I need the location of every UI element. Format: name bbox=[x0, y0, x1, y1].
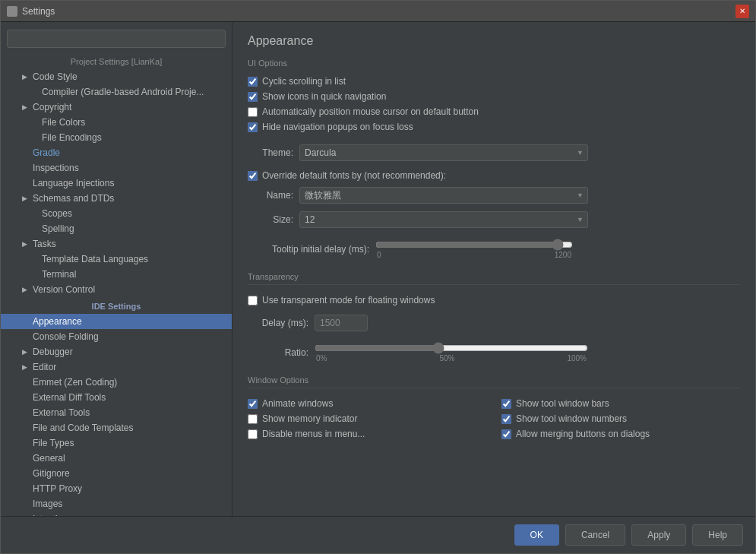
titlebar-title: Settings bbox=[7, 6, 55, 17]
sidebar-item-external-tools[interactable]: External Tools bbox=[1, 405, 232, 420]
sidebar-item-debugger[interactable]: ▶ Debugger bbox=[1, 344, 232, 359]
show-tool-numbers-row: Show tool window numbers bbox=[501, 411, 740, 426]
sidebar-item-label: File and Code Templates bbox=[33, 423, 134, 433]
show-icons-checkbox[interactable] bbox=[248, 92, 258, 102]
ui-options-label: UI Options bbox=[248, 59, 740, 68]
sidebar-item-version-control[interactable]: ▶ Version Control bbox=[1, 282, 232, 297]
sidebar-item-appearance[interactable]: Appearance bbox=[1, 314, 232, 329]
sidebar-item-emmet[interactable]: Emmet (Zen Coding) bbox=[1, 375, 232, 390]
search-input[interactable] bbox=[7, 30, 226, 48]
sidebar-item-code-style[interactable]: ▶ Code Style bbox=[1, 69, 232, 84]
theme-select-wrapper: Darcula IntelliJ bbox=[299, 144, 588, 161]
theme-label: Theme: bbox=[248, 147, 293, 158]
font-name-select[interactable]: 微软雅黑 bbox=[299, 187, 588, 204]
ratio-label: Ratio: bbox=[248, 347, 308, 358]
window-checkboxes-right: Show tool window bars Show tool window n… bbox=[501, 396, 740, 442]
delay-row: Delay (ms): bbox=[248, 312, 740, 334]
allow-merging-label: Allow merging buttons on dialogs bbox=[516, 429, 650, 439]
sidebar-item-spelling[interactable]: Spelling bbox=[1, 221, 232, 236]
sidebar-item-label: Gitignore bbox=[33, 468, 70, 479]
show-tool-bars-checkbox[interactable] bbox=[501, 399, 511, 409]
sidebar-item-file-code-templates[interactable]: File and Code Templates bbox=[1, 420, 232, 435]
delay-label: Delay (ms): bbox=[248, 318, 308, 328]
size-label: Size: bbox=[248, 214, 293, 225]
show-icons-row: Show icons in quick navigation bbox=[248, 89, 740, 104]
sidebar-item-label: Debugger bbox=[33, 347, 73, 357]
sidebar-item-file-encodings[interactable]: File Encodings bbox=[1, 130, 232, 145]
sidebar-item-terminal[interactable]: Terminal bbox=[1, 267, 232, 282]
transparency-section: Use transparent mode for floating window… bbox=[248, 284, 740, 366]
tooltip-max: 1200 bbox=[555, 251, 571, 259]
tooltip-slider[interactable] bbox=[375, 239, 573, 251]
sidebar-item-template-data[interactable]: Template Data Languages bbox=[1, 252, 232, 267]
sidebar-item-label: File Colors bbox=[42, 117, 85, 128]
font-size-select[interactable]: 12 11 13 14 bbox=[299, 211, 588, 228]
delay-input[interactable] bbox=[315, 315, 368, 331]
ok-button[interactable]: OK bbox=[514, 524, 559, 546]
sidebar-item-file-types[interactable]: File Types bbox=[1, 435, 232, 451]
hide-nav-label: Hide navigation popups on focus loss bbox=[262, 122, 413, 132]
animate-windows-row: Animate windows bbox=[248, 396, 486, 411]
window-options-label: Window Options bbox=[248, 375, 740, 385]
auto-position-checkbox[interactable] bbox=[248, 107, 258, 117]
arrow-icon: ▶ bbox=[22, 348, 30, 356]
sidebar-item-tasks[interactable]: ▶ Tasks bbox=[1, 236, 232, 252]
main-panel: Appearance UI Options Cyclic scrolling i… bbox=[232, 22, 755, 516]
sidebar-item-compiler[interactable]: Compiler (Gradle-based Android Proje... bbox=[1, 84, 232, 100]
sidebar-item-external-diff[interactable]: External Diff Tools bbox=[1, 390, 232, 405]
sidebar-item-schemas-dtds[interactable]: ▶ Schemas and DTDs bbox=[1, 191, 232, 206]
close-button[interactable]: ✕ bbox=[735, 5, 749, 18]
theme-select[interactable]: Darcula IntelliJ bbox=[299, 144, 588, 161]
use-transparent-checkbox[interactable] bbox=[248, 296, 258, 305]
ratio-slider[interactable] bbox=[315, 342, 588, 354]
animate-windows-checkbox[interactable] bbox=[248, 399, 258, 409]
show-memory-row: Show memory indicator bbox=[248, 411, 486, 426]
sidebar-item-label: Scopes bbox=[42, 208, 72, 219]
apply-button[interactable]: Apply bbox=[631, 524, 686, 546]
help-button[interactable]: Help bbox=[692, 524, 743, 546]
disable-menus-checkbox[interactable] bbox=[248, 429, 258, 439]
project-settings-header: Project Settings [LianKa] bbox=[1, 54, 232, 69]
allow-merging-row: Allow merging buttons on dialogs bbox=[501, 426, 740, 442]
sidebar-item-http-proxy[interactable]: HTTP Proxy bbox=[1, 481, 232, 496]
allow-merging-checkbox[interactable] bbox=[501, 429, 511, 439]
panel-title: Appearance bbox=[248, 34, 740, 48]
sidebar-item-file-colors[interactable]: File Colors bbox=[1, 115, 232, 130]
show-memory-checkbox[interactable] bbox=[248, 414, 258, 424]
override-fonts-checkbox[interactable] bbox=[248, 171, 258, 181]
sidebar-item-scopes[interactable]: Scopes bbox=[1, 206, 232, 221]
sidebar-item-copyright[interactable]: ▶ Copyright bbox=[1, 100, 232, 115]
sidebar-item-console-folding[interactable]: Console Folding bbox=[1, 329, 232, 344]
cancel-button[interactable]: Cancel bbox=[565, 524, 625, 546]
sidebar-item-gitignore[interactable]: Gitignore bbox=[1, 466, 232, 481]
sidebar-item-label: Editor bbox=[33, 362, 56, 372]
sidebar-item-gradle[interactable]: Gradle bbox=[1, 145, 232, 160]
arrow-icon: ▶ bbox=[22, 73, 30, 81]
cyclic-scroll-label: Cyclic scrolling in list bbox=[262, 76, 346, 87]
ratio-slider-container: 0% 50% 100% bbox=[315, 342, 740, 362]
arrow-icon: ▶ bbox=[22, 363, 30, 371]
sidebar-item-label: Code Style bbox=[33, 71, 77, 82]
override-fonts-label: Override default fonts by (not recommend… bbox=[262, 170, 446, 181]
show-tool-numbers-checkbox[interactable] bbox=[501, 414, 511, 424]
ratio-mid: 50% bbox=[439, 354, 454, 362]
window-title: Settings bbox=[22, 6, 55, 17]
sidebar-item-language-injections[interactable]: Language Injections bbox=[1, 176, 232, 191]
sidebar-item-inspections[interactable]: Inspections bbox=[1, 160, 232, 176]
sidebar-item-label: Appearance bbox=[33, 316, 82, 327]
font-size-select-wrapper: 12 11 13 14 bbox=[299, 211, 588, 228]
sidebar-item-label: Images bbox=[33, 499, 62, 509]
ratio-max: 100% bbox=[567, 354, 587, 362]
sidebar-item-label: Tasks bbox=[33, 239, 56, 249]
sidebar-item-label: Template Data Languages bbox=[42, 254, 148, 264]
sidebar-item-editor[interactable]: ▶ Editor bbox=[1, 359, 232, 375]
titlebar: Settings ✕ bbox=[1, 1, 755, 22]
sidebar-item-label: Gradle bbox=[33, 147, 60, 158]
sidebar-item-label: Emmet (Zen Coding) bbox=[33, 377, 117, 388]
sidebar-item-general[interactable]: General bbox=[1, 451, 232, 466]
sidebar-item-images[interactable]: Images bbox=[1, 496, 232, 511]
cyclic-scroll-checkbox[interactable] bbox=[248, 77, 258, 87]
hide-nav-checkbox[interactable] bbox=[248, 122, 258, 132]
tooltip-ticks: 0 1200 bbox=[375, 251, 573, 259]
search-box bbox=[7, 30, 226, 48]
